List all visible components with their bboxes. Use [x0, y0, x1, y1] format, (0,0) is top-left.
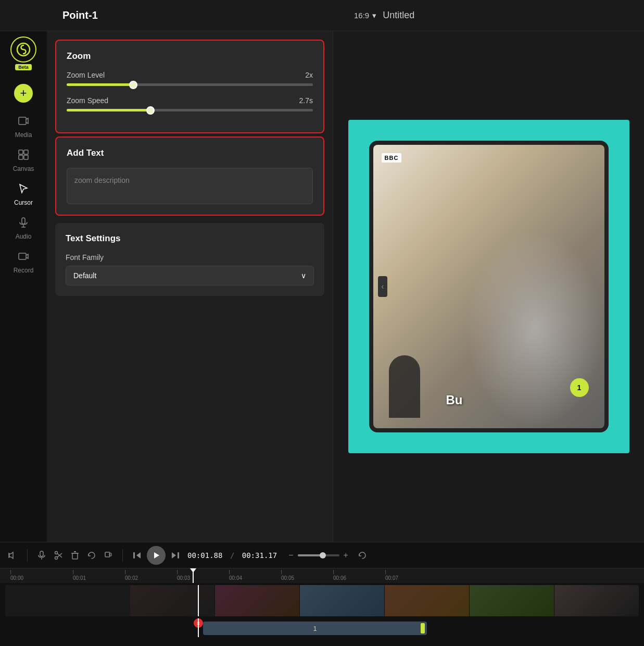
project-name: Untitled: [383, 10, 414, 21]
audio-icon: [18, 217, 29, 231]
zoom-level-label-row: Zoom Level 2x: [67, 71, 313, 79]
text-overlay-bu: Bu: [446, 393, 463, 407]
trash-icon[interactable]: [70, 551, 80, 560]
top-bar-right: 16:9 ▾ Untitled: [333, 10, 644, 21]
video-track: [5, 585, 639, 616]
zoom-in-button[interactable]: +: [344, 551, 348, 560]
svg-rect-4: [19, 155, 23, 159]
zoom-level-slider-row: Zoom Level 2x: [67, 71, 313, 86]
current-time: 00:01.88: [187, 551, 222, 560]
cursor-icon: [18, 183, 29, 197]
annotation-track-playhead: [198, 618, 199, 637]
top-bar: Point-1 16:9 ▾ Untitled: [0, 0, 644, 31]
svg-marker-25: [172, 552, 176, 558]
timeline-zoom-track[interactable]: [298, 554, 339, 556]
zoom-speed-fill: [67, 109, 150, 111]
record-icon: [18, 251, 29, 265]
collapse-icon: ‹: [381, 282, 384, 291]
microphone-icon[interactable]: [37, 551, 46, 560]
sidebar-item-cursor-label: Cursor: [14, 199, 33, 206]
text-input-area[interactable]: zoom description: [67, 168, 313, 204]
zoom-speed-track[interactable]: [67, 109, 313, 111]
thumb-3: [300, 585, 385, 616]
time-display: 00:01.88 / 00:31.17: [187, 551, 277, 560]
add-text-title: Add Text: [67, 148, 313, 158]
volume-icon[interactable]: [8, 551, 18, 560]
skip-back-button[interactable]: [132, 551, 142, 560]
svg-rect-9: [19, 253, 26, 259]
play-button[interactable]: [147, 546, 166, 565]
timeline-toolbar: 00:01.88 / 00:31.17 − +: [0, 542, 644, 568]
page-title: Point-1: [62, 9, 98, 21]
zoom-section-title: Zoom: [67, 51, 313, 61]
zoom-level-label: Zoom Level: [67, 71, 105, 79]
zoom-level-thumb[interactable]: [129, 81, 137, 89]
zoom-speed-slider-row: Zoom Speed 2.7s: [67, 96, 313, 111]
sidebar-item-record[interactable]: Record: [0, 246, 47, 278]
sidebar-item-record-label: Record: [14, 267, 34, 274]
zoom-level-track[interactable]: [67, 83, 313, 86]
sidebar-item-media[interactable]: Media: [0, 111, 47, 143]
main-content: Beta + Media Canvas Cursor Audio: [0, 31, 644, 542]
logo-circle: [10, 36, 36, 63]
svg-rect-11: [40, 551, 43, 556]
video-thumbnail-strip: [130, 585, 639, 616]
zoom-level-value: 2x: [305, 71, 313, 79]
timeline-area: 00:01.88 / 00:31.17 − + 00:00: [0, 542, 644, 646]
zoom-speed-label-row: Zoom Speed 2.7s: [67, 96, 313, 105]
stop-record-icon[interactable]: [104, 551, 113, 560]
svg-point-13: [55, 556, 58, 559]
total-time: 00:31.17: [242, 551, 277, 560]
zoom-level-fill: [67, 83, 133, 86]
ruler-playhead: [193, 568, 194, 583]
font-family-chevron: ∨: [301, 271, 306, 280]
bbc-logo: BBC: [382, 153, 402, 163]
logo-icon: [16, 42, 31, 57]
thumb-2: [215, 585, 300, 616]
svg-rect-3: [24, 150, 28, 154]
sidebar-item-audio-label: Audio: [16, 233, 32, 240]
ruler-mark-5: 00:05: [281, 570, 333, 581]
ruler-mark-1: 00:01: [73, 570, 125, 581]
tablet-frame: BBC Bu 1: [369, 141, 609, 432]
add-button[interactable]: +: [14, 84, 33, 103]
collapse-button[interactable]: ‹: [378, 276, 387, 297]
sidebar-item-canvas[interactable]: Canvas: [0, 145, 47, 177]
point-marker: 1: [570, 378, 589, 397]
top-bar-left: Point-1: [0, 9, 333, 21]
zoom-speed-thumb[interactable]: [146, 106, 155, 115]
aspect-ratio-button[interactable]: 16:9 ▾: [354, 11, 376, 20]
timeline-zoom-thumb[interactable]: [320, 552, 326, 558]
font-family-select[interactable]: Default ∨: [66, 266, 314, 285]
scissors-icon[interactable]: [54, 551, 63, 560]
zoom-speed-value: 2.7s: [299, 96, 313, 105]
sidebar-item-audio[interactable]: Audio: [0, 213, 47, 244]
ruler-mark-4: 00:04: [229, 570, 281, 581]
annotation-item[interactable]: 1: [203, 622, 427, 635]
text-settings-title: Text Settings: [66, 233, 314, 244]
annotation-end-marker: [421, 623, 425, 633]
playhead-triangle-ruler: [190, 568, 196, 573]
ruler-mark-0: 00:00: [10, 570, 73, 581]
font-family-value: Default: [73, 271, 96, 280]
timeline-zoom-controls: − +: [288, 551, 348, 560]
svg-marker-24: [154, 552, 159, 558]
zoom-speed-label: Zoom Speed: [67, 96, 108, 105]
toolbar-separator-1: [27, 549, 28, 562]
sidebar-item-media-label: Media: [15, 131, 32, 139]
refresh-icon[interactable]: [87, 551, 96, 560]
sidebar-item-canvas-label: Canvas: [13, 165, 34, 172]
svg-rect-1: [19, 117, 26, 125]
svg-rect-17: [72, 553, 78, 559]
ruler-marks-container: 00:00 00:01 00:02 00:03 00:04 00:05: [5, 570, 644, 581]
thumb-6: [554, 585, 639, 616]
skip-forward-button[interactable]: [171, 551, 180, 560]
text-settings-section: Text Settings Font Family Default ∨: [55, 223, 324, 296]
zoom-out-button[interactable]: −: [288, 551, 293, 560]
timeline-refresh-icon[interactable]: [358, 551, 367, 560]
svg-rect-6: [22, 218, 25, 224]
sidebar-item-cursor[interactable]: Cursor: [0, 179, 47, 210]
beta-badge: Beta: [15, 64, 32, 70]
dark-figure: [389, 355, 420, 418]
logo-area: Beta: [10, 36, 36, 70]
